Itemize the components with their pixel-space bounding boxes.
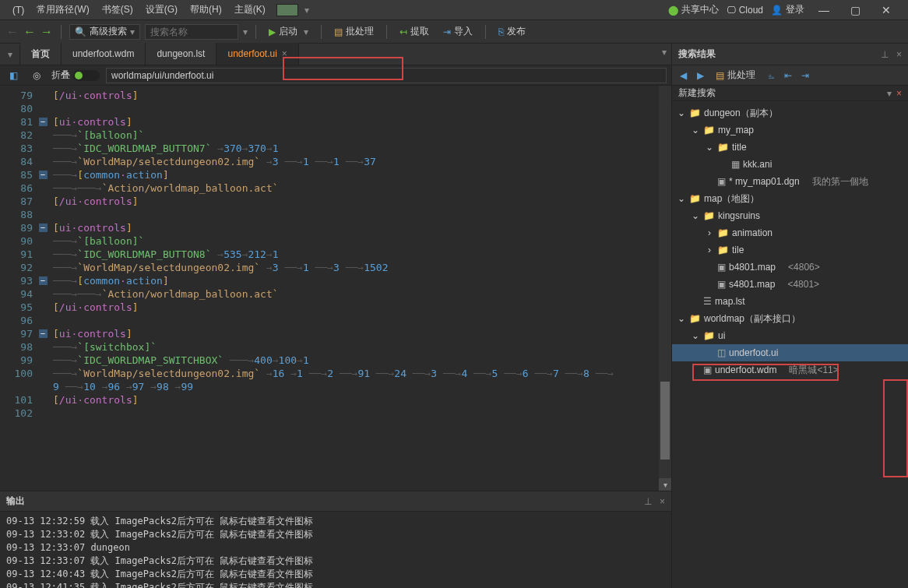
close-icon[interactable]: × bbox=[896, 49, 902, 60]
export-icon[interactable]: ⎁ bbox=[765, 69, 777, 82]
locate-icon-button[interactable]: ◎ bbox=[28, 67, 45, 84]
tree-row[interactable]: ◫underfoot.ui bbox=[672, 344, 908, 361]
tree-row[interactable]: ›📁tile bbox=[672, 241, 908, 259]
result-tree[interactable]: ⌄📁dungeon（副本）⌄📁my_map⌄📁title▦kkk.ani▣* m… bbox=[672, 101, 908, 588]
pin-icon[interactable]: ⊥ bbox=[881, 49, 889, 60]
new-search-label[interactable]: 新建搜索 bbox=[678, 86, 716, 100]
forward-button[interactable]: → bbox=[40, 25, 53, 39]
batch-icon: ▤ bbox=[334, 26, 343, 37]
search-results-panel: 搜索结果 ⊥× ◀ ▶ ▤批处理 ⎁ ⇤ ⇥ 新建搜索 ▾× ⌄📁dungeon… bbox=[671, 44, 908, 588]
tab-file-active[interactable]: underfoot.ui× bbox=[216, 43, 298, 65]
batch-button[interactable]: ▤批处理 bbox=[711, 67, 760, 83]
menu-item[interactable]: (T) bbox=[6, 2, 30, 19]
menu-paths[interactable]: 常用路径(W) bbox=[30, 0, 95, 19]
back-disabled-icon: ← bbox=[6, 25, 19, 39]
code-editor[interactable]: 7980818283848586878889909192939495969798… bbox=[0, 86, 671, 491]
tab-overflow-icon[interactable]: ▾ bbox=[662, 47, 667, 58]
menu-bookmarks[interactable]: 书签(S) bbox=[96, 0, 139, 19]
launch-button[interactable]: ▶启动▾ bbox=[264, 23, 313, 40]
batch-icon: ▤ bbox=[716, 70, 724, 81]
tab-file[interactable]: underfoot.wdm bbox=[62, 43, 146, 65]
close-button[interactable]: ✕ bbox=[871, 4, 902, 16]
advanced-search[interactable]: 🔍 高级搜索 ▾ bbox=[69, 24, 140, 40]
import-icon[interactable]: ⇤ bbox=[782, 69, 794, 82]
fold-column[interactable]: −−−−− bbox=[37, 86, 48, 491]
tree-row[interactable]: ⌄📁worldmap（副本接口） bbox=[672, 310, 908, 327]
close-icon[interactable]: × bbox=[282, 48, 287, 59]
tree-row[interactable]: ☰map.lst bbox=[672, 293, 908, 310]
menu-help[interactable]: 帮助(H) bbox=[184, 0, 228, 19]
code-area[interactable]: [/ui·controls] [ui·controls]───→`[balloo… bbox=[48, 86, 659, 491]
search-input[interactable] bbox=[145, 24, 238, 40]
tab-home[interactable]: 首页 bbox=[20, 43, 62, 65]
panel-title: 搜索结果 bbox=[678, 48, 716, 61]
tree-row[interactable]: ⌄📁map（地图） bbox=[672, 190, 908, 207]
theme-color-swatch[interactable] bbox=[276, 4, 298, 16]
tab-list-button[interactable]: ▾ bbox=[0, 44, 20, 65]
tree-row[interactable]: ▣s4801.map<4801> bbox=[672, 276, 908, 293]
menu-theme[interactable]: 主题(K) bbox=[228, 0, 272, 19]
user-icon: 👤 bbox=[771, 5, 783, 16]
tree-row[interactable]: ›📁animation bbox=[672, 224, 908, 241]
scroll-down-icon[interactable]: ▾ bbox=[659, 478, 671, 491]
tree-row[interactable]: ⌄📁title bbox=[672, 139, 908, 156]
monitor-icon: 🖵 bbox=[727, 5, 736, 16]
open-icon[interactable]: ⇥ bbox=[799, 69, 811, 82]
tree-row[interactable]: ⌄📁kingsruins bbox=[672, 207, 908, 224]
batch-button[interactable]: ▤批处理 bbox=[329, 23, 378, 40]
share-center[interactable]: ⬤共享中心 bbox=[668, 3, 719, 16]
path-input[interactable] bbox=[106, 68, 667, 83]
dropdown-icon[interactable]: ▾ bbox=[887, 88, 892, 99]
fold-toggle[interactable] bbox=[73, 70, 100, 81]
import-button[interactable]: ⇥导入 bbox=[438, 23, 477, 40]
tab-file[interactable]: dungeon.lst bbox=[146, 43, 216, 65]
tree-row[interactable]: ▣* my_map01.dgn我的第一個地 bbox=[672, 173, 908, 190]
minimize-button[interactable]: — bbox=[808, 4, 839, 16]
vertical-scrollbar[interactable]: ▾ bbox=[659, 86, 671, 491]
prev-result-icon[interactable]: ◀ bbox=[677, 69, 689, 82]
tree-row[interactable]: ▣underfoot.wdm暗黑城<11> bbox=[672, 361, 908, 379]
close-icon[interactable]: × bbox=[660, 496, 665, 507]
menubar: (T) 常用路径(W) 书签(S) 设置(G) 帮助(H) 主题(K) ▾ ⬤共… bbox=[0, 0, 908, 20]
tab-bar: ▾ 首页 underfoot.wdm dungeon.lst underfoot… bbox=[0, 44, 671, 65]
extract-icon: ↤ bbox=[399, 26, 407, 37]
publish-button[interactable]: ⎘发布 bbox=[494, 23, 530, 40]
tree-row[interactable]: ▦kkk.ani bbox=[672, 156, 908, 173]
tree-row[interactable]: ⌄📁my_map bbox=[672, 121, 908, 139]
path-bar: ◧ ◎ 折叠 bbox=[0, 65, 671, 86]
output-title: 输出 bbox=[6, 495, 25, 508]
menu-settings[interactable]: 设置(G) bbox=[139, 0, 184, 19]
back-button[interactable]: ← bbox=[23, 25, 36, 39]
next-result-icon[interactable]: ▶ bbox=[694, 69, 706, 82]
import-icon: ⇥ bbox=[443, 26, 451, 37]
search-icon: 🔍 bbox=[75, 26, 86, 37]
line-gutter: 7980818283848586878889909192939495969798… bbox=[0, 86, 37, 491]
cloud-button[interactable]: 🖵Cloud bbox=[727, 5, 763, 16]
tree-row[interactable]: ⌄📁ui bbox=[672, 327, 908, 344]
chevron-down-icon[interactable]: ▾ bbox=[304, 26, 308, 37]
pin-icon[interactable]: ⊥ bbox=[644, 496, 652, 507]
chevron-down-icon[interactable]: ▾ bbox=[243, 26, 248, 37]
output-log[interactable]: 09-13 12:32:59 载入 ImagePacks2后方可在 鼠标右键查看… bbox=[0, 512, 671, 588]
extract-button[interactable]: ↤提取 bbox=[395, 23, 434, 40]
toolbar: ← ← → 🔍 高级搜索 ▾ ▾ ▶启动▾ ▤批处理 ↤提取 ⇥导入 ⎘发布 bbox=[0, 20, 908, 44]
login-button[interactable]: 👤登录 bbox=[771, 3, 804, 16]
nav-icon-button[interactable]: ◧ bbox=[5, 67, 22, 84]
chevron-down-icon: ▾ bbox=[130, 26, 135, 37]
output-panel: 输出 ⊥× 09-13 12:32:59 载入 ImagePacks2后方可在 … bbox=[0, 491, 671, 588]
close-icon[interactable]: × bbox=[896, 88, 902, 99]
dropdown-icon[interactable]: ▾ bbox=[298, 2, 315, 19]
publish-icon: ⎘ bbox=[498, 26, 504, 37]
fold-label: 折叠 bbox=[51, 69, 70, 82]
tree-row[interactable]: ▣b4801.map<4806> bbox=[672, 259, 908, 276]
maximize-button[interactable]: ▢ bbox=[839, 4, 871, 16]
tree-row[interactable]: ⌄📁dungeon（副本） bbox=[672, 104, 908, 121]
play-icon: ▶ bbox=[269, 26, 276, 37]
